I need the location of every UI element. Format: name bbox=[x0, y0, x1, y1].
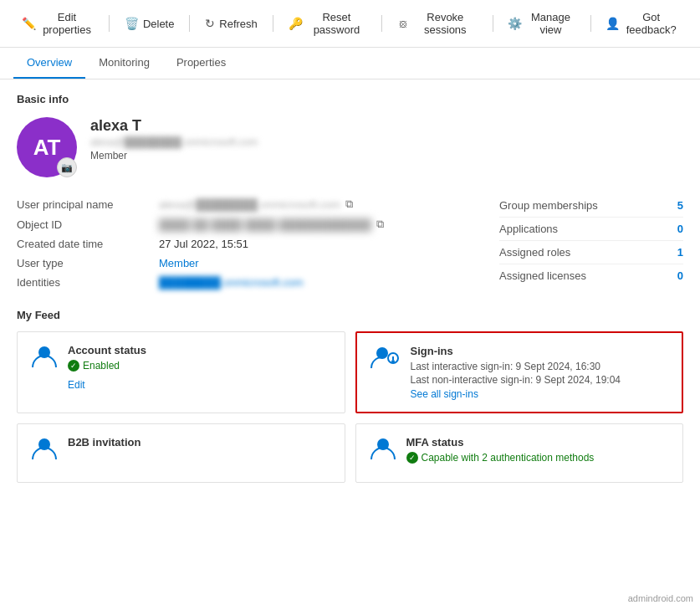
prop-upn-label: User principal name bbox=[17, 198, 159, 211]
my-feed-title: My Feed bbox=[17, 309, 683, 321]
prop-usertype-label: User type bbox=[17, 257, 159, 269]
toolbar-divider-5 bbox=[493, 15, 493, 32]
account-status-title: Account status bbox=[68, 344, 331, 356]
refresh-button[interactable]: ↻ Refresh bbox=[197, 13, 266, 34]
info-columns: User principal name alexa@████████.onmic… bbox=[17, 194, 683, 292]
prop-usertype: User type Member bbox=[17, 254, 483, 273]
toolbar-divider-1 bbox=[109, 15, 110, 32]
toolbar-divider-2 bbox=[189, 15, 190, 32]
delete-button[interactable]: 🗑️ Delete bbox=[116, 13, 183, 34]
basic-info-section: AT 📷 alexa T alexa@████████.onmicrosoft.… bbox=[17, 117, 683, 177]
toolbar-divider-4 bbox=[381, 15, 382, 32]
stat-assigned-licenses: Assigned licenses 0 bbox=[499, 264, 683, 287]
mfa-status-badge: ✓ Capable with 2 authentication methods bbox=[406, 452, 670, 464]
feed-grid: Account status ✓ Enabled Edit bbox=[17, 331, 683, 483]
user-name: alexa T bbox=[90, 117, 258, 135]
feed-card-mfa: MFA status ✓ Capable with 2 authenticati… bbox=[355, 423, 684, 483]
signins-content: Sign-ins Last interactive sign-in: 9 Sep… bbox=[411, 345, 669, 400]
account-status-badge: ✓ Enabled bbox=[68, 360, 331, 372]
got-feedback-button[interactable]: 👤 Got feedback? bbox=[597, 7, 687, 40]
feed-card-b2b: B2B invitation bbox=[17, 423, 345, 483]
prop-identities-value: ████████.onmicrosoft.com bbox=[159, 276, 304, 289]
signins-detail2: Last non-interactive sign-in: 9 Sept 202… bbox=[411, 374, 669, 386]
b2b-content: B2B invitation bbox=[68, 436, 331, 452]
avatar-container: AT 📷 bbox=[17, 117, 77, 177]
basic-info-title: Basic info bbox=[17, 93, 683, 105]
signins-detail1: Last interactive sign-in: 9 Sept 2024, 1… bbox=[411, 361, 669, 372]
stat-roles-label: Assigned roles bbox=[499, 246, 570, 259]
stat-apps-label: Applications bbox=[499, 223, 558, 235]
account-status-edit-link[interactable]: Edit bbox=[68, 379, 85, 391]
enabled-dot-icon: ✓ bbox=[68, 360, 79, 372]
stat-licenses-label: Assigned licenses bbox=[499, 269, 586, 282]
edit-properties-button[interactable]: ✏️ Edit properties bbox=[13, 7, 102, 40]
reset-password-button[interactable]: 🔑 Reset password bbox=[280, 7, 376, 40]
user-email: alexa@████████.onmicrosoft.com bbox=[90, 136, 258, 148]
revoke-icon: ⦻ bbox=[397, 17, 409, 30]
mfa-enabled-dot-icon: ✓ bbox=[406, 452, 418, 464]
b2b-icon bbox=[31, 436, 58, 467]
edit-icon: ✏️ bbox=[22, 17, 36, 30]
identities-link[interactable]: ████████.onmicrosoft.com bbox=[159, 276, 304, 289]
refresh-icon: ↻ bbox=[205, 17, 215, 30]
prop-identities: Identities ████████.onmicrosoft.com bbox=[17, 273, 483, 292]
account-status-icon bbox=[31, 344, 58, 375]
mfa-content: MFA status ✓ Capable with 2 authenticati… bbox=[406, 436, 670, 470]
key-icon: 🔑 bbox=[289, 17, 303, 30]
b2b-title: B2B invitation bbox=[68, 436, 331, 449]
tab-properties[interactable]: Properties bbox=[163, 48, 239, 79]
stat-apps-value[interactable]: 0 bbox=[677, 223, 683, 235]
copy-objectid-button[interactable]: ⧉ bbox=[376, 218, 384, 231]
prop-usertype-value: Member bbox=[159, 257, 199, 269]
stat-roles-value[interactable]: 1 bbox=[677, 246, 683, 259]
stats-section: Group memberships 5 Applications 0 Assig… bbox=[499, 194, 683, 292]
user-type-label: Member bbox=[90, 150, 258, 161]
mfa-title: MFA status bbox=[406, 436, 670, 449]
toolbar-divider-6 bbox=[590, 15, 591, 32]
change-photo-button[interactable]: 📷 bbox=[57, 157, 77, 177]
mfa-icon bbox=[370, 436, 396, 467]
signins-icon bbox=[370, 345, 401, 376]
stat-group-label: Group memberships bbox=[499, 199, 598, 212]
prop-created: Created date time 27 Jul 2022, 15:51 bbox=[17, 234, 483, 254]
toolbar: ✏️ Edit properties 🗑️ Delete ↻ Refresh 🔑… bbox=[0, 0, 700, 48]
gear-icon: ⚙️ bbox=[508, 17, 522, 30]
toolbar-divider-3 bbox=[273, 15, 273, 32]
stat-group-value[interactable]: 5 bbox=[677, 199, 683, 212]
manage-view-button[interactable]: ⚙️ Manage view bbox=[499, 7, 583, 40]
stat-licenses-value[interactable]: 0 bbox=[677, 269, 683, 282]
signins-title: Sign-ins bbox=[411, 345, 669, 357]
revoke-sessions-button[interactable]: ⦻ Revoke sessions bbox=[389, 7, 485, 40]
copy-upn-button[interactable]: ⧉ bbox=[345, 197, 353, 211]
account-status-content: Account status ✓ Enabled Edit bbox=[68, 344, 331, 391]
tabs-bar: Overview Monitoring Properties bbox=[0, 48, 700, 79]
prop-upn: User principal name alexa@████████.onmic… bbox=[17, 194, 483, 214]
feedback-icon: 👤 bbox=[605, 17, 620, 30]
prop-objectid-label: Object ID bbox=[17, 218, 159, 231]
user-info: alexa T alexa@████████.onmicrosoft.com M… bbox=[90, 117, 258, 161]
prop-identities-label: Identities bbox=[17, 276, 159, 289]
prop-objectid: Object ID ████ ██ ████ ████ ████████████… bbox=[17, 214, 483, 234]
prop-upn-value: alexa@████████.onmicrosoft.com ⧉ bbox=[159, 197, 353, 211]
tab-monitoring[interactable]: Monitoring bbox=[85, 48, 163, 79]
prop-created-value: 27 Jul 2022, 15:51 bbox=[159, 238, 248, 250]
prop-created-label: Created date time bbox=[17, 238, 159, 250]
feed-card-account-status: Account status ✓ Enabled Edit bbox=[17, 331, 345, 413]
delete-icon: 🗑️ bbox=[125, 17, 139, 30]
stat-applications: Applications 0 bbox=[499, 218, 683, 241]
properties-section: User principal name alexa@████████.onmic… bbox=[17, 194, 483, 292]
stat-assigned-roles: Assigned roles 1 bbox=[499, 241, 683, 264]
see-all-signins-link[interactable]: See all sign-ins bbox=[411, 388, 478, 400]
prop-objectid-value: ████ ██ ████ ████ ████████████ ⧉ bbox=[159, 218, 384, 231]
my-feed-section: My Feed Account status ✓ Enabled Edit bbox=[17, 309, 683, 483]
watermark: admindroid.com bbox=[628, 593, 693, 603]
stat-group-memberships: Group memberships 5 bbox=[499, 194, 683, 218]
feed-card-signins: Sign-ins Last interactive sign-in: 9 Sep… bbox=[355, 331, 684, 413]
main-content: Basic info AT 📷 alexa T alexa@████████.o… bbox=[0, 79, 700, 496]
tab-overview[interactable]: Overview bbox=[13, 48, 85, 79]
